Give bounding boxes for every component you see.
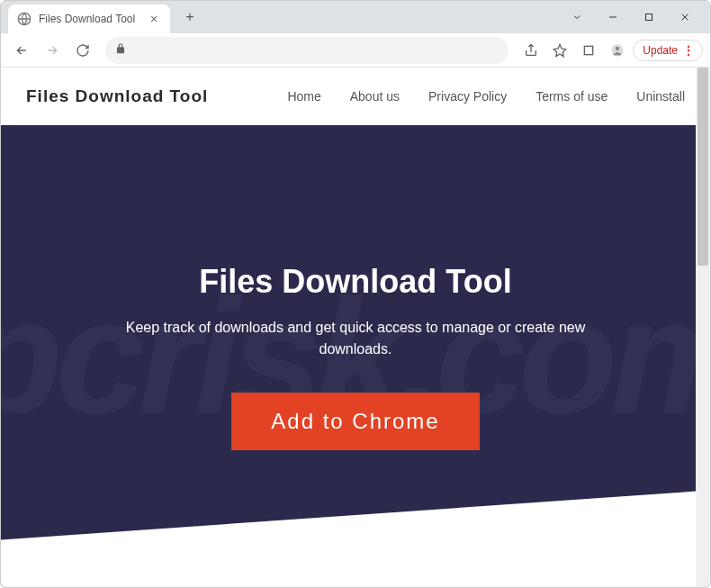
share-icon[interactable] bbox=[518, 37, 544, 64]
close-icon[interactable]: × bbox=[147, 12, 161, 26]
svg-rect-2 bbox=[585, 46, 593, 54]
nav-about[interactable]: About us bbox=[350, 89, 400, 104]
reload-button[interactable] bbox=[69, 37, 96, 64]
browser-title-bar: Files Download Tool × + bbox=[1, 1, 710, 33]
back-button[interactable] bbox=[8, 37, 35, 64]
nav-home[interactable]: Home bbox=[287, 89, 320, 104]
menu-dots-icon: ⋮ bbox=[683, 44, 693, 57]
profile-icon[interactable] bbox=[604, 37, 631, 64]
globe-icon bbox=[17, 12, 32, 26]
nav-uninstall[interactable]: Uninstall bbox=[636, 89, 685, 104]
scrollbar-thumb[interactable] bbox=[698, 68, 708, 266]
hero-title: Files Download Tool bbox=[199, 263, 511, 301]
update-button[interactable]: Update ⋮ bbox=[633, 40, 703, 61]
browser-window: Files Download Tool × + bbox=[0, 0, 711, 588]
update-label: Update bbox=[643, 44, 678, 57]
site-nav: Files Download Tool Home About us Privac… bbox=[1, 68, 710, 125]
tab-title: Files Download Tool bbox=[39, 13, 140, 25]
browser-toolbar: Update ⋮ bbox=[1, 33, 710, 68]
minimize-button[interactable] bbox=[595, 4, 631, 31]
browser-tab[interactable]: Files Download Tool × bbox=[8, 5, 170, 33]
brand-logo[interactable]: Files Download Tool bbox=[26, 86, 208, 106]
page-content: Files Download Tool Home About us Privac… bbox=[1, 68, 710, 587]
forward-button[interactable] bbox=[39, 37, 66, 64]
maximize-button[interactable] bbox=[631, 4, 667, 31]
svg-rect-1 bbox=[646, 14, 652, 21]
scrollbar[interactable] bbox=[696, 68, 710, 587]
chevron-down-icon[interactable] bbox=[559, 4, 595, 31]
lock-icon bbox=[114, 42, 127, 59]
address-bar[interactable] bbox=[105, 37, 508, 64]
svg-point-4 bbox=[616, 46, 619, 50]
extensions-icon[interactable] bbox=[575, 37, 602, 64]
star-icon[interactable] bbox=[546, 37, 573, 64]
add-to-chrome-button[interactable]: Add to Chrome bbox=[231, 393, 479, 450]
nav-terms[interactable]: Terms of use bbox=[536, 89, 608, 104]
new-tab-button[interactable]: + bbox=[177, 5, 202, 30]
hero-section: pcrisk.com Files Download Tool Keep trac… bbox=[1, 125, 710, 587]
hero-subtitle: Keep track of downloads and get quick ac… bbox=[104, 317, 608, 360]
nav-privacy[interactable]: Privacy Policy bbox=[428, 89, 507, 104]
close-button[interactable] bbox=[667, 4, 703, 31]
